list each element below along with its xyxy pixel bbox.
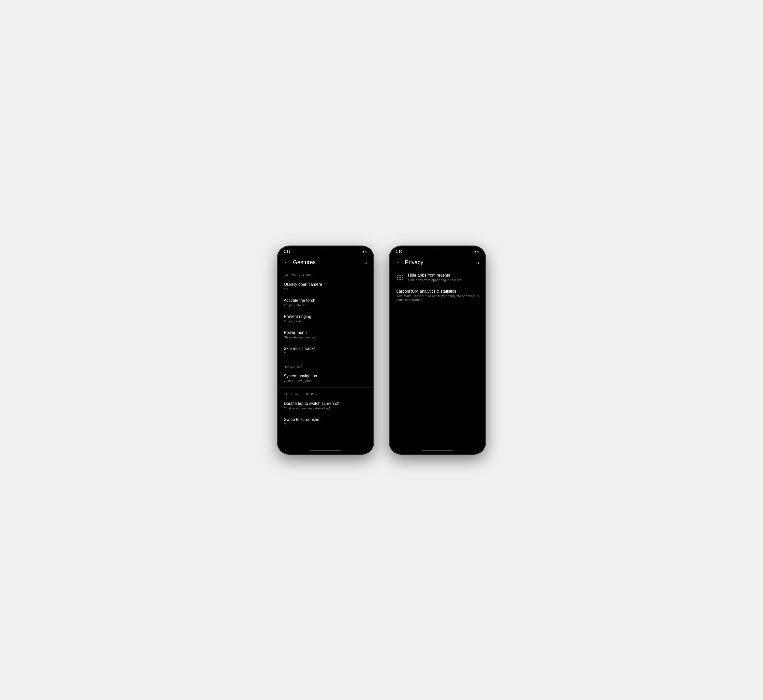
grid-dot-11 — [400, 279, 401, 280]
hide-apps-icon — [396, 273, 404, 282]
wifi-icon-privacy: ▾ — [474, 250, 476, 254]
item-title-power-menu: Power menu — [284, 330, 367, 335]
grid-dot-4 — [402, 275, 403, 277]
item-title-activate-torch: Activate the torch — [284, 298, 367, 303]
phone-body-privacy: 2:30 ▾ ○ ← Privacy ⌕ — [389, 246, 486, 455]
page-title-privacy: Privacy — [405, 259, 474, 266]
list-item-swipe-screenshot[interactable]: Swipe to screenshot On — [278, 414, 373, 430]
grid-dot-7 — [400, 277, 401, 278]
search-button-privacy[interactable]: ⌕ — [474, 258, 481, 267]
grid-dot-8 — [402, 277, 403, 278]
grid-dot-3 — [400, 275, 401, 277]
time-privacy: 2:30 — [396, 250, 402, 253]
list-item-prevent-ringing[interactable]: Prevent ringing On (vibrate) — [278, 311, 373, 327]
data-icon: ○ — [365, 250, 367, 254]
item-subtitle-hide-apps: Hide apps from appearing in recents — [408, 278, 479, 282]
item-subtitle-prevent-ringing: On (vibrate) — [284, 319, 367, 323]
list-item-hide-apps[interactable]: Hide apps from recents Hide apps from ap… — [390, 269, 485, 286]
back-button-gestures[interactable]: ← — [282, 258, 291, 267]
phone-privacy: 2:30 ▾ ○ ← Privacy ⌕ — [389, 246, 486, 455]
page-title-gestures: Gestures — [293, 259, 362, 266]
item-subtitle-double-tap: On (Lockscreen and status bar) — [284, 406, 367, 410]
item-title-quickly-open-camera: Quickly open camera — [284, 282, 367, 287]
home-indicator-privacy — [390, 447, 485, 454]
grid-dot-5 — [397, 277, 398, 278]
grid-dot-1 — [397, 275, 398, 277]
item-subtitle-swipe-screenshot: On — [284, 422, 367, 426]
grid-icon — [397, 275, 403, 280]
status-icons-privacy: ▾ ○ — [474, 250, 479, 254]
grid-dot-6 — [399, 277, 399, 278]
section-header-tap-swipe: TAP & SWIPE OPTIONS — [278, 389, 373, 398]
item-subtitle-power-menu: Show device controls — [284, 335, 367, 339]
status-icons-gestures: ▾ ○ — [362, 250, 367, 254]
list-item-skip-music-tracks[interactable]: Skip music tracks On — [278, 343, 373, 359]
list-item-double-tap[interactable]: Double tap to switch screen off On (Lock… — [278, 398, 373, 414]
section-header-button-gestures: BUTTON GESTURES — [278, 269, 373, 279]
home-bar-privacy — [422, 450, 453, 451]
data-icon-privacy: ○ — [477, 250, 479, 254]
screen-privacy: 2:30 ▾ ○ ← Privacy ⌕ — [390, 246, 485, 454]
camera-punch-hole-privacy — [436, 249, 439, 252]
app-bar-gestures: ← Gestures ⌕ — [278, 255, 373, 269]
item-subtitle-skip-music-tracks: On — [284, 352, 367, 355]
item-title-double-tap: Double tap to switch screen off — [284, 401, 367, 406]
list-item-power-menu[interactable]: Power menu Show device controls — [278, 327, 373, 343]
camera-punch-hole — [324, 249, 327, 252]
power-button[interactable] — [373, 302, 374, 328]
search-button-gestures[interactable]: ⌕ — [362, 258, 369, 267]
item-title-hide-apps: Hide apps from recents — [408, 273, 479, 278]
item-subtitle-activate-torch: On (Double tap) — [284, 303, 367, 307]
hide-apps-text: Hide apps from recents Hide apps from ap… — [408, 273, 479, 282]
screen-gestures: 2:31 ▾ ○ ← Gestures ⌕ BUTTON GESTURES Qu… — [278, 246, 373, 454]
list-item-quickly-open-camera[interactable]: Quickly open camera Off — [278, 279, 373, 295]
phone-body-gestures: 2:31 ▾ ○ ← Gestures ⌕ BUTTON GESTURES Qu… — [277, 246, 374, 455]
grid-dot-12 — [402, 279, 403, 280]
list-item-activate-torch[interactable]: Activate the torch On (Double tap) — [278, 295, 373, 311]
grid-dot-9 — [397, 279, 398, 280]
list-item-carbonrom-analytics[interactable]: CarbonROM analytics & statistics Help ma… — [390, 286, 485, 305]
item-subtitle-quickly-open-camera: Off — [284, 287, 367, 291]
item-subtitle-system-navigation: Gesture navigation — [284, 379, 367, 383]
home-bar-gestures — [310, 450, 341, 451]
settings-list-gestures: BUTTON GESTURES Quickly open camera Off … — [278, 269, 373, 447]
power-button-privacy[interactable] — [485, 302, 486, 328]
list-item-system-navigation[interactable]: System navigation Gesture navigation — [278, 370, 373, 386]
item-title-swipe-screenshot: Swipe to screenshot — [284, 417, 367, 422]
item-title-system-navigation: System navigation — [284, 374, 367, 378]
wifi-icon: ▾ — [362, 250, 364, 254]
divider-2 — [278, 387, 373, 388]
divider-1 — [278, 360, 373, 360]
item-title-skip-music-tracks: Skip music tracks — [284, 346, 367, 351]
app-bar-privacy: ← Privacy ⌕ — [390, 255, 485, 269]
grid-dot-10 — [399, 279, 399, 280]
home-indicator-gestures — [278, 447, 373, 454]
item-title-prevent-ringing: Prevent ringing — [284, 314, 367, 319]
phone-gestures: 2:31 ▾ ○ ← Gestures ⌕ BUTTON GESTURES Qu… — [277, 246, 374, 455]
back-button-privacy[interactable]: ← — [394, 258, 403, 267]
item-subtitle-carbonrom-analytics: Help make CarbonROM better by opting int… — [396, 294, 479, 302]
settings-list-privacy: Hide apps from recents Hide apps from ap… — [390, 269, 485, 447]
time-gestures: 2:31 — [284, 250, 290, 253]
item-title-carbonrom-analytics: CarbonROM analytics & statistics — [396, 289, 479, 294]
section-header-navigation: NAVIGATION — [278, 361, 373, 370]
grid-dot-2 — [399, 275, 399, 277]
